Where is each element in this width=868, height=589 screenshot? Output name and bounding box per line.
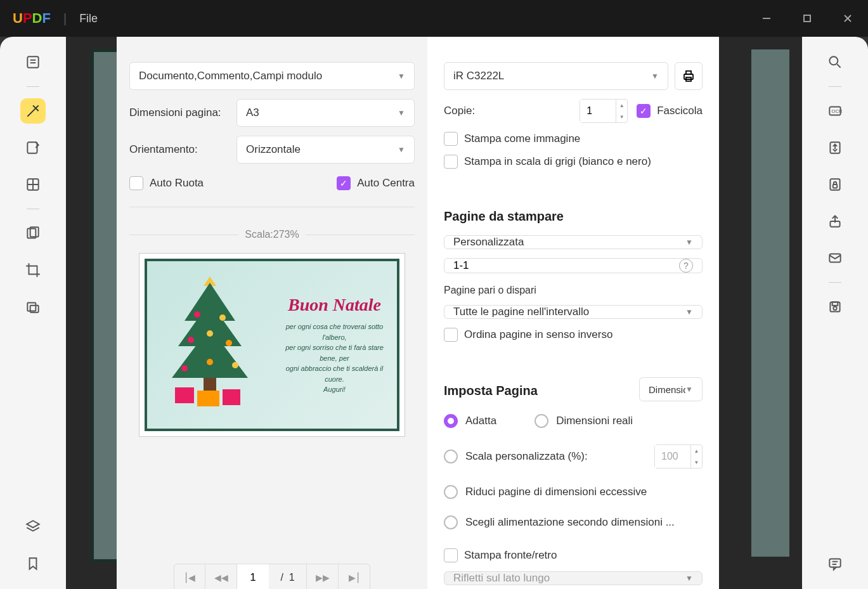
convert-icon[interactable]	[822, 135, 848, 160]
reverse-order-checkbox[interactable]: Ordina pagine in senso inverso	[444, 328, 703, 342]
auto-center-checkbox[interactable]: ✓ Auto Centra	[337, 176, 415, 190]
svg-rect-4	[27, 56, 38, 67]
page-setup-mode-select[interactable]: Dimension ▼	[639, 377, 703, 401]
svg-rect-47	[686, 71, 691, 74]
svg-rect-43	[175, 387, 194, 403]
auto-center-label: Auto Centra	[357, 177, 415, 190]
ocr-icon[interactable]: OCR	[822, 98, 848, 124]
custom-scale-input[interactable]	[655, 445, 690, 468]
help-icon[interactable]: ?	[679, 259, 693, 273]
page-input[interactable]	[237, 564, 269, 589]
reader-tool-icon[interactable]	[20, 49, 46, 75]
duplex-checkbox[interactable]: Stampa fronte/retro	[444, 548, 703, 562]
copies-input[interactable]	[580, 100, 616, 122]
shrink-radio[interactable]: Riduci pagine di dimensioni eccessive	[444, 481, 703, 503]
checkbox-icon	[444, 548, 458, 562]
svg-rect-1	[804, 15, 810, 22]
redact-tool-icon[interactable]	[20, 294, 46, 320]
actual-size-radio[interactable]: Dimensioni reali	[534, 410, 633, 432]
maximize-button[interactable]	[800, 11, 815, 26]
content-type-select[interactable]: Documento,Commento,Campi modulo ▼	[129, 62, 415, 90]
custom-scale-spinner[interactable]: ▲▼	[654, 444, 703, 469]
first-page-button[interactable]: ⎮◀	[174, 564, 205, 589]
printer-properties-button[interactable]	[675, 62, 703, 90]
pages-tool-icon[interactable]	[20, 172, 46, 197]
svg-point-26	[833, 306, 836, 309]
radio-icon	[444, 485, 458, 499]
spinner-up-icon[interactable]: ▲	[616, 100, 627, 111]
separator	[829, 86, 841, 87]
print-options-panel: iR C3222L ▼ Copie: ▲▼ ✓ Fascicola	[427, 37, 719, 589]
svg-line-16	[837, 64, 840, 67]
auto-rotate-checkbox[interactable]: Auto Ruota	[129, 176, 204, 190]
svg-rect-34	[204, 378, 216, 391]
printer-select[interactable]: iR C3222L ▼	[444, 62, 668, 90]
file-menu[interactable]: File	[79, 12, 98, 25]
copies-label: Copie:	[444, 105, 571, 117]
svg-rect-7	[27, 142, 37, 153]
fit-radio[interactable]: Adatta	[444, 410, 496, 432]
spinner-up-icon[interactable]: ▲	[691, 445, 702, 456]
preview-title: Buon Natale	[288, 295, 381, 315]
form-tool-icon[interactable]	[20, 221, 46, 246]
share-icon[interactable]	[822, 209, 848, 234]
page-range-type-value: Personalizzata	[453, 236, 524, 249]
checkbox-icon	[444, 132, 458, 146]
chevron-down-icon: ▼	[398, 72, 405, 81]
paper-feed-label: Scegli alimentazione secondo dimensioni …	[465, 516, 675, 529]
page-range-type-select[interactable]: Personalizzata ▼	[444, 235, 703, 249]
page-range-input[interactable]	[453, 259, 679, 272]
page-size-label: Dimensioni pagina:	[129, 107, 228, 119]
orientation-select[interactable]: Orizzontale ▼	[236, 136, 415, 164]
svg-rect-25	[832, 302, 838, 305]
email-icon[interactable]	[822, 245, 848, 271]
checkbox-checked-icon: ✓	[337, 176, 351, 190]
printer-icon	[681, 68, 696, 84]
print-preview: Buon Natale per ogni cosa che troverai s…	[139, 253, 405, 437]
comment-icon[interactable]	[822, 551, 848, 576]
minimize-button[interactable]	[759, 11, 774, 26]
svg-text:OCR: OCR	[832, 108, 843, 114]
separator	[27, 209, 39, 209]
chevron-down-icon: ▼	[398, 145, 405, 154]
page-total: / 1	[269, 564, 307, 589]
bookmark-icon[interactable]	[20, 551, 46, 576]
svg-point-37	[188, 337, 194, 343]
layers-icon[interactable]	[20, 514, 46, 540]
svg-rect-44	[197, 391, 219, 406]
page-size-select[interactable]: A3 ▼	[236, 99, 415, 127]
page-setup-mode-value: Dimension	[649, 384, 685, 395]
spinner-down-icon[interactable]: ▼	[616, 111, 627, 122]
copies-spinner[interactable]: ▲▼	[580, 99, 628, 123]
preview-pager: ⎮◀ ◀◀ / 1 ▶▶ ▶⎮	[129, 564, 415, 589]
crop-tool-icon[interactable]	[20, 257, 46, 283]
page-setup-title: Imposta Pagina	[444, 384, 538, 398]
save-icon[interactable]	[822, 294, 848, 320]
svg-point-38	[226, 340, 232, 346]
protect-icon[interactable]	[822, 172, 848, 197]
shrink-label: Riduci pagine di dimensioni eccessive	[465, 486, 647, 498]
edit-tool-icon[interactable]	[20, 135, 46, 160]
odd-even-select[interactable]: Tutte le pagine nell'intervallo ▼	[444, 305, 703, 319]
search-icon[interactable]	[822, 49, 848, 75]
auto-rotate-label: Auto Ruota	[150, 177, 204, 190]
print-as-image-checkbox[interactable]: Stampa come immagine	[444, 132, 703, 146]
highlight-tool-icon[interactable]	[20, 98, 46, 124]
paper-feed-radio[interactable]: Scegli alimentazione secondo dimensioni …	[444, 512, 703, 533]
grayscale-label: Stampa in scala di grigi (bianco e nero)	[464, 155, 651, 168]
prev-page-button[interactable]: ◀◀	[205, 564, 237, 589]
content-type-value: Documento,Commento,Campi modulo	[139, 70, 322, 82]
custom-scale-radio[interactable]: Scala personalizzata (%): ▲▼	[444, 441, 703, 472]
last-page-button[interactable]: ▶⎮	[339, 564, 370, 589]
chevron-down-icon: ▼	[685, 574, 693, 583]
chevron-down-icon: ▼	[398, 108, 405, 117]
grayscale-checkbox[interactable]: Stampa in scala di grigi (bianco e nero)	[444, 155, 703, 169]
spinner-down-icon[interactable]: ▼	[691, 456, 702, 468]
close-button[interactable]	[840, 11, 855, 26]
radio-icon	[444, 515, 458, 529]
collate-checkbox[interactable]: ✓ Fascicola	[637, 104, 703, 118]
print-preview-panel: Documento,Commento,Campi modulo ▼ Dimens…	[117, 37, 427, 589]
separator	[829, 282, 841, 283]
svg-point-35	[194, 311, 200, 318]
next-page-button[interactable]: ▶▶	[307, 564, 339, 589]
